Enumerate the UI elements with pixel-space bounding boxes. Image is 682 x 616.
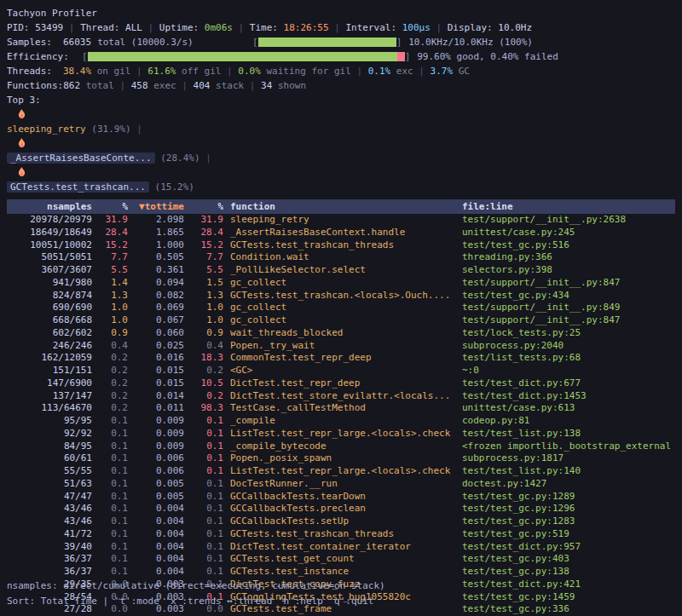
threads-line: Threads:38.4% on gil | 61.6% off gil | 0…: [7, 64, 675, 78]
cell-function: _compile_bytecode: [223, 440, 462, 453]
cell-direct-percent: 0.1: [92, 415, 128, 428]
cell-tottime: 0.004: [128, 566, 184, 579]
separator: |: [244, 80, 261, 91]
table-row: 18649/1864928.41.86528.4_AssertRaisesBas…: [7, 227, 675, 239]
table-row: 92/920.10.0090.1ListTest.test_repr_large…: [7, 428, 675, 440]
cell-tottime: 0.025: [128, 340, 184, 353]
table-row: 84/950.10.0090.1_compile_bytecode<frozen…: [7, 440, 675, 453]
cell-cumulative-percent: 0.1: [184, 528, 223, 541]
cell-function: gc_collect: [223, 277, 462, 290]
cell-direct-percent: 1.3: [92, 290, 128, 302]
cell-function: GCCallbackTests.setUp: [223, 515, 462, 528]
functions-count-label: shown: [272, 80, 306, 91]
bar-open-bracket: [82, 51, 88, 62]
info-value: 53499: [35, 22, 63, 33]
functions-segments: 862 total | 458 exec | 404 stack | 34 sh…: [63, 80, 306, 91]
legend-nsamples: nsamples: direct/cumulative (direct=exec…: [7, 579, 385, 594]
cell-nsamples: 162/12059: [7, 352, 92, 365]
table-row: 43/460.10.0040.1GCCallbackTests.preclean…: [7, 503, 675, 515]
cell-tottime: 1.865: [128, 227, 184, 239]
cell-direct-percent: 0.1: [92, 452, 128, 465]
cell-nsamples: 43/46: [7, 515, 92, 528]
table-row: 5051/50517.70.5057.7Condition.waitthread…: [7, 251, 675, 264]
table-row: 668/6681.00.0671.0gc_collecttest/support…: [7, 314, 675, 327]
separator: |: [431, 22, 448, 33]
separator: |: [329, 22, 346, 33]
cell-cumulative-percent: 0.4: [184, 340, 223, 353]
table-row: 55/550.10.0060.1ListTest.test_repr_large…: [7, 465, 675, 478]
cell-tottime: 0.006: [128, 465, 184, 478]
cell-nsamples: 95/95: [7, 415, 92, 428]
cell-cumulative-percent: 0.1: [184, 465, 223, 478]
thread-percent: 61.6%: [147, 66, 176, 77]
cell-direct-percent: 0.1: [92, 440, 128, 453]
table-row: 10051/1000215.21.00015.2GCTests.test_tra…: [7, 239, 675, 252]
cell-file-line: test/test_gc.py:138: [462, 566, 675, 579]
cell-file-line: subprocess.py:2040: [462, 340, 675, 353]
cell-function: Popen._try_wait: [223, 340, 462, 353]
column-header-file-line: file:line: [462, 199, 675, 214]
cell-direct-percent: 0.2: [92, 390, 128, 403]
samples-text: Samples:66035total (10000.3/s): [7, 37, 252, 48]
cell-tottime: 0.009: [128, 415, 184, 428]
info-value: 0m06s: [205, 22, 233, 33]
cell-function: Popen._posix_spawn: [223, 452, 462, 465]
top3-label: Top 3:: [7, 93, 63, 107]
cell-direct-percent: 0.1: [92, 541, 128, 554]
separator: |: [130, 66, 147, 77]
flame-icon: [18, 109, 26, 118]
cell-file-line: test/test_gc.py:516: [462, 239, 675, 252]
functions-count-label: stack: [210, 80, 244, 91]
cell-cumulative-percent: 1.5: [184, 277, 223, 290]
cell-cumulative-percent: 15.2: [184, 239, 223, 252]
cell-cumulative-percent: 0.2: [184, 365, 223, 377]
functions-count: 458: [131, 80, 148, 91]
samples-label: Samples:: [7, 37, 63, 48]
cell-function: gc_collect: [223, 302, 462, 314]
efficiency-label: Efficiency:: [7, 51, 82, 62]
cell-cumulative-percent: 0.1: [184, 491, 223, 504]
cell-file-line: doctest.py:1427: [462, 478, 675, 491]
table-row: 60/610.10.0060.1Popen._posix_spawnsubpro…: [7, 452, 675, 465]
table-row: 36/370.10.0040.1GCTests.test_get_countte…: [7, 553, 675, 566]
separator: |: [200, 153, 217, 164]
info-value: ALL: [125, 22, 142, 33]
table-row: 20978/2097931.92.09831.9sleeping_retryte…: [7, 214, 675, 227]
keybindings-help: Sort: Total Time | 't':mode 'x':trends ↔…: [7, 594, 385, 609]
cell-nsamples: 246/246: [7, 340, 92, 353]
bar-close-bracket: [405, 51, 411, 62]
cell-nsamples: 602/602: [7, 327, 92, 340]
cell-nsamples: 60/61: [7, 452, 92, 465]
cell-file-line: unittest/case.py:245: [462, 227, 675, 239]
cell-file-line: test/lock_tests.py:25: [462, 327, 675, 340]
column-header-function: function: [223, 199, 462, 214]
table-row: 39/400.10.0040.1DictTest.test_container_…: [7, 541, 675, 554]
table-row: 95/950.10.0090.1_compilecodeop.py:81: [7, 415, 675, 428]
cell-file-line: codeop.py:81: [462, 415, 675, 428]
table-row: 41/720.10.0040.1GCTests.test_trashcan_th…: [7, 528, 675, 541]
cell-direct-percent: 0.2: [92, 365, 128, 377]
table-body: 20978/2097931.92.09831.9sleeping_retryte…: [7, 214, 675, 616]
cell-function: GCTests.test_trashcan_threads: [223, 239, 462, 252]
cell-nsamples: 147/6900: [7, 377, 92, 390]
info-label: Thread:: [80, 22, 125, 33]
cell-nsamples: 3607/3607: [7, 264, 92, 277]
table-row: 602/6020.90.0600.9wait_threads_blockedte…: [7, 327, 675, 340]
cell-direct-percent: 1.0: [92, 314, 128, 327]
column-header-nsamples: nsamples: [7, 199, 92, 214]
cell-nsamples: 92/92: [7, 428, 92, 440]
cell-direct-percent: 0.1: [92, 503, 128, 515]
app-title: Tachyon Profiler: [7, 6, 675, 20]
cell-tottime: 0.015: [128, 365, 184, 377]
separator: |: [351, 66, 368, 77]
cell-cumulative-percent: 0.1: [184, 515, 223, 528]
cell-function: GCTests.test_trashcan_threads: [223, 528, 462, 541]
cell-nsamples: 55/55: [7, 465, 92, 478]
top-function-name: GCTests.test_trashcan...: [7, 181, 149, 193]
samples-progress-bar: [258, 37, 396, 47]
cell-tottime: 0.011: [128, 402, 184, 415]
process-info-line: PID: 53499 | Thread: ALL | Uptime: 0m06s…: [7, 20, 675, 35]
cell-nsamples: 36/37: [7, 553, 92, 566]
cell-direct-percent: 15.2: [92, 239, 128, 252]
cell-nsamples: 20978/20979: [7, 214, 92, 227]
